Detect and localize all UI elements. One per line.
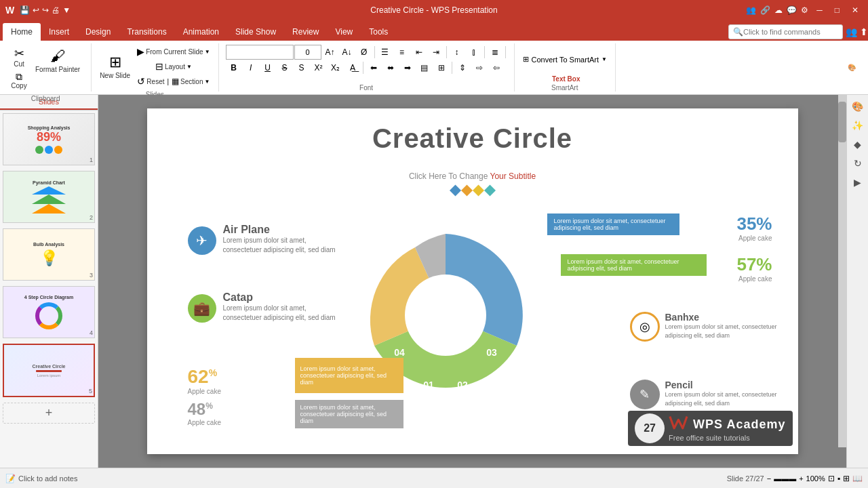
view-normal-button[interactable]: ▪ [837, 474, 840, 483]
share-btn[interactable]: ⬆ [860, 26, 868, 37]
comment-icon[interactable]: 💬 [787, 5, 797, 15]
fit-button[interactable]: ⊡ [828, 474, 835, 483]
tab-insert[interactable]: Insert [41, 23, 77, 41]
font-name-input[interactable] [226, 45, 294, 60]
slide-thumb-3[interactable]: Bulb Analysis 💡 3 [3, 228, 95, 281]
align-right-button[interactable]: ➡ [399, 61, 416, 75]
subscript-button[interactable]: X₂ [328, 61, 344, 75]
zoom-out-button[interactable]: − [767, 474, 771, 483]
gray-bar: Lorem ipsum dolor sit amet, consectetuer… [295, 400, 403, 428]
columns-button[interactable]: ⫿ [466, 45, 482, 59]
cut-button[interactable]: ✂ Cut [8, 46, 30, 69]
view-reading-button[interactable]: 📖 [852, 474, 863, 483]
magic-wand-button[interactable]: ✨ [849, 117, 867, 134]
tab-view[interactable]: View [327, 23, 361, 41]
tab-home[interactable]: Home [3, 23, 41, 41]
slide-4-preview: 4 Step Circle Diagram [3, 287, 94, 338]
tab-review[interactable]: Review [284, 23, 327, 41]
slideshow-button[interactable]: ▶ [849, 174, 867, 191]
italic-button[interactable]: I [243, 61, 259, 75]
decrease-font-button[interactable]: A↓ [339, 45, 355, 59]
align-text-button[interactable]: ≣ [487, 45, 503, 59]
strikethrough-button[interactable]: S [277, 61, 293, 75]
more-button[interactable]: ⊞ [433, 61, 450, 75]
new-slide-button[interactable]: ⊞ New Slide [97, 52, 133, 81]
separator3 [374, 46, 375, 58]
title-text: Creative Circle - WPS Presentation [370, 5, 497, 15]
wps-text-area: WPS Academy Free office suite tutorials [669, 415, 785, 442]
increase-font-button[interactable]: A↑ [322, 45, 338, 59]
slide-thumb-5[interactable]: Creative Circle Lorem ipsum 5 [3, 344, 95, 397]
external-link-icon[interactable]: 🔗 [760, 5, 770, 15]
slide-thumb-4[interactable]: 4 Step Circle Diagram 4 [3, 286, 95, 338]
align-left-button[interactable]: ⬅ [366, 61, 382, 75]
print-icon[interactable]: 🖨 [52, 5, 60, 15]
diamond-button[interactable]: ◆ [849, 136, 867, 153]
settings-icon[interactable]: ⚙ [801, 5, 808, 15]
scrollbar-thumb-v[interactable] [838, 102, 846, 142]
bold-button[interactable]: B [226, 61, 242, 75]
design-ideas-button[interactable]: 🎨 [849, 98, 867, 115]
indent-more-button[interactable]: ⇨ [471, 61, 488, 75]
superscript-button[interactable]: X² [311, 61, 327, 75]
font-size-input[interactable] [294, 45, 321, 60]
numbering-button[interactable]: ≡ [394, 45, 410, 59]
close-button[interactable]: ✕ [848, 5, 863, 15]
line-spacing-button[interactable]: ↕ [449, 45, 465, 59]
convert-smartart-button[interactable]: ⊞ Convert To SmartArt ▼ [520, 54, 610, 65]
search-input[interactable] [743, 28, 838, 36]
customize-icon[interactable]: ▼ [62, 5, 71, 15]
increase-indent-button[interactable]: ⇥ [428, 45, 444, 59]
text-highlight-button[interactable]: A͟ [344, 61, 361, 75]
search-box[interactable]: 🔍 [728, 24, 843, 39]
collab-icon[interactable]: 👥 [846, 26, 857, 37]
tab-animation[interactable]: Animation [175, 23, 227, 41]
justify-button[interactable]: ▤ [416, 61, 433, 75]
section-button[interactable]: ↺ Reset | ▦ Section ▼ [134, 75, 212, 88]
maximize-button[interactable]: □ [831, 5, 844, 15]
orange-bar-text: Lorem ipsum dolor sit amet, consectetuer… [300, 365, 398, 386]
add-notes-text[interactable]: Click to add notes [18, 474, 77, 483]
undo-icon[interactable]: ↩ [33, 5, 39, 15]
save-icon[interactable]: 💾 [20, 5, 30, 15]
decrease-indent-button[interactable]: ⇤ [411, 45, 427, 59]
zoom-slider[interactable]: ▬▬▬ [774, 474, 796, 483]
clear-format-button[interactable]: Ø [356, 45, 372, 59]
slide-thumb-1[interactable]: Shopping Analysis 89% 1 [3, 113, 95, 165]
designer-button[interactable]: 🎨 [841, 62, 863, 73]
tab-transitions[interactable]: Transitions [119, 23, 174, 41]
zoom-in-button[interactable]: + [799, 474, 803, 483]
underline-button[interactable]: U [260, 61, 276, 75]
format-painter-button[interactable]: 🖌 Format Painter [33, 46, 83, 75]
copy-button[interactable]: ⧉ Copy [8, 70, 30, 91]
tab-slideshow[interactable]: Slide Show [227, 23, 284, 41]
vertical-scrollbar[interactable] [838, 95, 846, 447]
share-icon[interactable]: 👥 [746, 5, 756, 15]
layout-button[interactable]: ⊟ Layout ▼ [134, 60, 212, 73]
redo-icon[interactable]: ↪ [42, 5, 49, 15]
slide-subtitle-highlight: Your Subtitle [490, 171, 536, 181]
canvas-area: Creative Circle Click Here To Change You… [98, 95, 846, 468]
slide-canvas[interactable]: Creative Circle Click Here To Change You… [147, 108, 798, 454]
tab-design[interactable]: Design [77, 23, 119, 41]
para-spacing-button[interactable]: ⇕ [454, 61, 471, 75]
sync-button[interactable]: ↻ [849, 155, 867, 172]
diamond-4 [484, 185, 496, 197]
indent-less-button[interactable]: ⇦ [488, 61, 505, 75]
view-slide-button[interactable]: ⊞ [843, 474, 850, 483]
from-current-button[interactable]: ▶ From Current Slide ▼ [134, 45, 212, 58]
pencil-body: Lorem ipsum dolor sit amet, consectetuer… [665, 390, 786, 407]
decrease-indent-icon: ⇤ [416, 47, 422, 57]
shadow-button[interactable]: S [294, 61, 310, 75]
tab-tools[interactable]: Tools [361, 23, 396, 41]
slide-thumb-2[interactable]: Pyramid Chart 2 [3, 171, 95, 223]
add-slide-button[interactable]: + [3, 403, 95, 424]
slide-num-3: 3 [90, 272, 93, 279]
layout-label: Layout [165, 63, 185, 70]
align-center-button[interactable]: ⬌ [382, 61, 399, 75]
from-current-arrow: ▼ [205, 49, 210, 55]
callout-35-text: Lorem ipsum dolor sit amet, consectetuer… [554, 218, 673, 231]
bullets-button[interactable]: ☰ [377, 45, 393, 59]
cloud-icon[interactable]: ☁ [774, 5, 783, 15]
minimize-button[interactable]: ─ [812, 5, 827, 15]
